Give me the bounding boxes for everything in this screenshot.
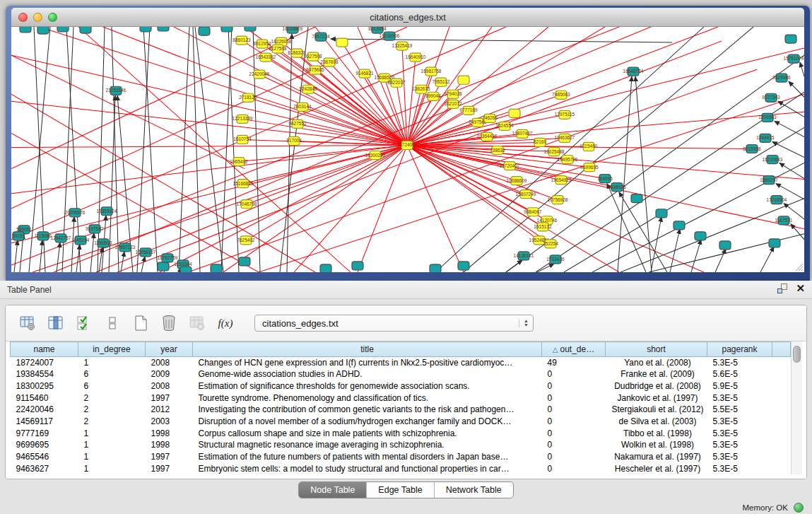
- network-node[interactable]: [656, 209, 667, 218]
- show-columns-icon[interactable]: [47, 314, 65, 332]
- table-cell[interactable]: Embryonic stem cells: a model to study s…: [193, 462, 542, 474]
- network-node[interactable]: [245, 27, 256, 31]
- table-cell[interactable]: 9465546: [11, 451, 78, 463]
- network-node[interactable]: [199, 27, 210, 35]
- table-cell[interactable]: Investigating the contribution of common…: [193, 404, 542, 416]
- table-cell[interactable]: Nakamura et al. (1997): [606, 451, 707, 463]
- table-row[interactable]: 1872400712008Changes of HCN gene express…: [11, 357, 791, 369]
- function-builder-icon[interactable]: f(x): [216, 314, 235, 332]
- table-cell[interactable]: 1997: [146, 392, 193, 404]
- table-cell[interactable]: 22420046: [11, 404, 78, 416]
- column-header-year[interactable]: year: [146, 342, 193, 357]
- network-node[interactable]: [57, 27, 69, 32]
- table-cell[interactable]: 2003: [146, 416, 193, 428]
- network-node[interactable]: [509, 109, 520, 117]
- network-node[interactable]: [140, 27, 151, 32]
- network-node[interactable]: 10688609: [507, 177, 527, 185]
- table-cell[interactable]: Tibbo et al. (1998): [606, 427, 707, 439]
- table-cell[interactable]: Dudbridge et al. (2008): [606, 380, 707, 392]
- network-node[interactable]: 899044: [425, 92, 441, 100]
- network-node[interactable]: 9327508: [304, 52, 322, 61]
- network-node[interactable]: 10756928: [548, 196, 568, 204]
- table-cell[interactable]: 5.3E-5: [707, 451, 772, 463]
- table-cell[interactable]: 1: [78, 462, 146, 474]
- network-node[interactable]: [458, 262, 469, 270]
- network-node[interactable]: 16640910: [406, 53, 426, 62]
- close-window-icon[interactable]: [18, 13, 28, 22]
- table-scrollbar[interactable]: [791, 341, 802, 474]
- table-cell[interactable]: 5.3E-5: [707, 392, 772, 404]
- network-node[interactable]: 17359924: [97, 207, 117, 216]
- network-node[interactable]: 7625402: [237, 236, 255, 245]
- network-node[interactable]: [158, 27, 169, 31]
- network-node[interactable]: 39159: [12, 232, 25, 240]
- column-header-name[interactable]: name: [11, 342, 78, 357]
- network-node[interactable]: 2803144: [293, 103, 312, 111]
- table-cell[interactable]: 0: [542, 380, 606, 392]
- table-row[interactable]: 977716911998Corpus callosum shape and si…: [11, 427, 791, 439]
- network-node[interactable]: [239, 257, 250, 266]
- network-node[interactable]: 8475685: [306, 66, 324, 74]
- resize-grip-icon[interactable]: [794, 262, 804, 271]
- table-row[interactable]: 1830029562008Estimation of significance …: [11, 380, 791, 392]
- network-node[interactable]: 252254: [543, 240, 558, 248]
- network-node[interactable]: 13325419: [392, 42, 413, 50]
- network-node[interactable]: 20364436: [477, 132, 498, 141]
- table-cell[interactable]: 1997: [146, 451, 193, 463]
- network-window-frame[interactable]: citations_edges.txt 18300295886012389129…: [6, 6, 810, 281]
- table-cell[interactable]: 14569117: [11, 416, 78, 428]
- table-cell[interactable]: 0: [542, 404, 606, 416]
- table-cell[interactable]: 18724007: [11, 357, 78, 369]
- network-node[interactable]: 8186328: [288, 49, 306, 57]
- network-node[interactable]: 10807487: [512, 129, 533, 138]
- network-node[interactable]: 1362615: [412, 85, 430, 93]
- table-cell[interactable]: 0: [542, 451, 606, 463]
- table-cell[interactable]: Disruption of a novel member of a sodium…: [193, 416, 542, 428]
- network-node[interactable]: [180, 267, 192, 272]
- table-settings-icon[interactable]: [18, 314, 37, 332]
- network-node[interactable]: 1145194: [72, 236, 90, 245]
- column-header-in_degree[interactable]: in_degree: [78, 342, 146, 357]
- import-table-icon[interactable]: [188, 314, 206, 332]
- table-row[interactable]: 1938455462009Genome-wide association stu…: [11, 368, 791, 380]
- citation-network-graph[interactable]: 1830029588601238912954182260589127508165…: [11, 27, 804, 272]
- network-node[interactable]: 9884067: [524, 208, 542, 216]
- table-cell[interactable]: 0: [542, 368, 606, 380]
- network-node[interactable]: 1733426: [546, 255, 565, 264]
- network-node[interactable]: 8822037: [387, 78, 406, 87]
- table-cell[interactable]: 6: [78, 368, 146, 380]
- create-table-icon[interactable]: [131, 314, 150, 332]
- table-cell[interactable]: 0: [542, 416, 606, 428]
- table-cell[interactable]: 9463627: [11, 462, 78, 474]
- network-node[interactable]: 19495786: [558, 156, 578, 164]
- table-cell[interactable]: Stergiakouli et al. (2012): [606, 404, 707, 416]
- network-window-titlebar[interactable]: citations_edges.txt: [11, 8, 804, 27]
- tab-network-table[interactable]: Network Table: [435, 482, 513, 498]
- network-node[interactable]: 8215958: [743, 144, 761, 153]
- tab-node-table[interactable]: Node Table: [299, 482, 367, 498]
- table-cell[interactable]: Tourette syndrome. Phenomenology and cla…: [193, 392, 542, 404]
- tab-edge-table[interactable]: Edge Table: [367, 482, 434, 498]
- network-node[interactable]: 13958167: [136, 248, 156, 257]
- network-node[interactable]: 738632: [490, 146, 505, 154]
- table-select-dropdown[interactable]: citations_edges.txt ▲▼: [254, 315, 534, 332]
- table-cell[interactable]: 9115460: [11, 392, 78, 404]
- network-node[interactable]: 17016504: [767, 196, 787, 204]
- table-row[interactable]: 1456911722003Disruption of a novel membe…: [11, 416, 791, 428]
- network-node[interactable]: [695, 232, 706, 240]
- network-node[interactable]: 7485063: [552, 90, 570, 99]
- table-cell[interactable]: Changes of HCN gene expression and I(f) …: [193, 357, 542, 369]
- table-cell[interactable]: 19384554: [11, 368, 78, 380]
- network-canvas[interactable]: 1830029588601238912954182260589127508165…: [11, 27, 804, 272]
- network-node[interactable]: [336, 38, 348, 47]
- float-window-icon[interactable]: [777, 284, 787, 293]
- table-cell[interactable]: 5.3E-5: [707, 416, 772, 428]
- table-cell[interactable]: 0: [542, 462, 606, 474]
- table-cell[interactable]: Jankovic et al. (1997): [606, 392, 707, 404]
- network-node[interactable]: 9115460: [580, 142, 598, 151]
- network-node[interactable]: [320, 264, 331, 272]
- network-node[interactable]: [631, 194, 642, 203]
- table-cell[interactable]: Yano et al. (2008): [606, 357, 707, 369]
- table-cell[interactable]: 49: [542, 357, 606, 369]
- table-cell[interactable]: 5.3E-5: [707, 462, 772, 474]
